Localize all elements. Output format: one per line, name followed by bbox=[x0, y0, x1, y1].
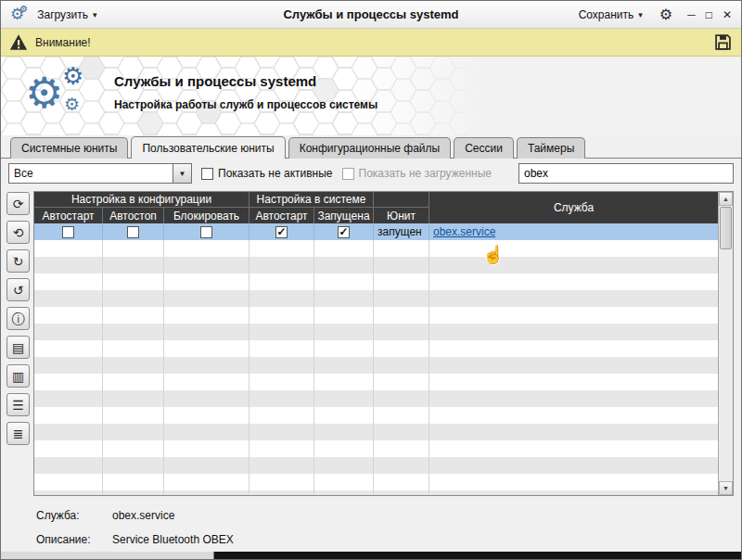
column-header-block: Блокировать bbox=[164, 208, 249, 223]
close-button[interactable]: ✕ bbox=[723, 9, 732, 20]
cell-config-autostop bbox=[103, 223, 164, 240]
dropdown-selected-value: Все bbox=[9, 164, 173, 183]
column-header-unit: Юнит bbox=[374, 208, 429, 223]
unit-state-cell: запущен bbox=[374, 223, 429, 240]
titlebar: ⚙ ⚙ Загрузить ▾ Службы и процессы system… bbox=[1, 1, 741, 29]
service-link[interactable]: obex.service bbox=[433, 225, 495, 238]
toolbar: ⟳ ⟲ ↻ ↺ ⓘ ▤ ▥ ☰ ≣ bbox=[6, 191, 31, 496]
column-header-autostart: Автостарт bbox=[34, 208, 103, 223]
table-header: Настройка в конфигурации Настройка в сис… bbox=[34, 192, 718, 223]
system-autostart-checkbox[interactable] bbox=[275, 226, 288, 238]
show-inactive-checkbox[interactable] bbox=[201, 168, 213, 180]
tab-sessions[interactable]: Сессии bbox=[454, 137, 514, 159]
details-panel: Служба: obex.service Описание: Service B… bbox=[1, 498, 741, 552]
log-button[interactable]: ▤ bbox=[6, 336, 30, 359]
description-value: Service Bluetooth OBEX bbox=[112, 533, 234, 546]
show-unloaded-checkbox[interactable] bbox=[342, 168, 354, 180]
service-value: obex.service bbox=[112, 509, 174, 522]
config-autostart-checkbox[interactable] bbox=[62, 226, 74, 238]
chevron-down-icon: ▾ bbox=[638, 10, 643, 19]
tab-timers[interactable]: Таймеры bbox=[517, 137, 585, 159]
refresh-button[interactable]: ⟳ bbox=[6, 192, 30, 215]
save-button[interactable]: Сохранить ▾ bbox=[573, 6, 648, 24]
column-separator bbox=[163, 240, 164, 495]
window-title: Службы и процессы systemd bbox=[283, 7, 458, 21]
units-table: Настройка в конфигурации Настройка в сис… bbox=[33, 191, 734, 496]
app-gear-icon: ⚙ ⚙ bbox=[10, 6, 24, 22]
group-header-blank bbox=[374, 192, 429, 208]
table-row[interactable]: запущен obex.service bbox=[34, 223, 718, 240]
gear-icon: ⚙ bbox=[62, 64, 83, 88]
details-button[interactable]: ≣ bbox=[6, 422, 30, 445]
vertical-scrollbar[interactable]: ▲ ▼ bbox=[718, 192, 733, 495]
table-zone: ⟳ ⟲ ↻ ↺ ⓘ ▤ ▥ ☰ ≣ Настройка в конфигурац… bbox=[1, 188, 741, 498]
app-logo-gears: ⚙ ⚙ ⚙ bbox=[25, 64, 99, 129]
filter-row: Все ▼ Показать не активные Показать не з… bbox=[1, 159, 741, 188]
log-file-icon: ▤ bbox=[12, 341, 24, 354]
minimize-button[interactable]: ─ bbox=[687, 9, 696, 20]
cursor-pointer-icon: ☝ bbox=[482, 244, 505, 265]
cell-system-autostart bbox=[249, 223, 314, 240]
warning-bar: Внимание! bbox=[1, 29, 741, 57]
group-header-system: Настройка в системе bbox=[249, 192, 374, 208]
load-button-label: Загрузить bbox=[37, 8, 88, 21]
bottom-edge bbox=[1, 552, 741, 559]
list-icon: ☰ bbox=[12, 399, 24, 412]
tab-config-files[interactable]: Конфигурационные файлы bbox=[288, 137, 451, 159]
column-separator bbox=[313, 240, 314, 495]
reload-daemon-button[interactable]: ⟲ bbox=[6, 221, 30, 244]
window-controls: ─ □ ✕ bbox=[687, 9, 732, 20]
cell-config-autostart bbox=[34, 223, 103, 240]
revert-button[interactable]: ↺ bbox=[6, 278, 30, 301]
maximize-button[interactable]: □ bbox=[706, 9, 712, 20]
column-separator bbox=[429, 240, 429, 495]
cell-service: obex.service bbox=[429, 223, 718, 240]
reload-daemon-icon: ⟲ bbox=[13, 226, 24, 239]
show-unloaded-label: Показать не загруженные bbox=[359, 167, 492, 180]
refresh-icon: ⟳ bbox=[13, 197, 24, 210]
table-empty-rows: ☝ bbox=[34, 240, 718, 495]
gear-icon: ⚙ bbox=[64, 95, 80, 113]
scrollbar-thumb[interactable] bbox=[720, 207, 732, 249]
column-separator bbox=[373, 240, 374, 495]
load-button[interactable]: Загрузить ▾ bbox=[32, 6, 102, 24]
content-panel: Все ▼ Показать не активные Показать не з… bbox=[1, 158, 741, 559]
cell-system-running bbox=[314, 223, 374, 240]
banner: ⚙ ⚙ ⚙ Службы и процессы systemd Настройк… bbox=[1, 57, 741, 135]
cell-config-block bbox=[164, 223, 249, 240]
column-separator bbox=[102, 240, 103, 495]
details-list-icon: ≣ bbox=[13, 427, 24, 440]
chevron-down-icon: ▾ bbox=[93, 10, 97, 19]
config-autostop-checkbox[interactable] bbox=[127, 226, 139, 238]
search-input[interactable] bbox=[518, 163, 734, 184]
journal-button[interactable]: ▥ bbox=[6, 364, 30, 388]
save-button-label: Сохранить bbox=[579, 8, 634, 21]
journal-icon: ▥ bbox=[12, 370, 24, 383]
restart-icon: ↻ bbox=[13, 255, 24, 268]
service-label: Служба: bbox=[36, 509, 112, 522]
info-button[interactable]: ⓘ bbox=[6, 307, 30, 330]
tab-user-units[interactable]: Пользовательские юниты bbox=[131, 136, 285, 159]
column-header-running: Запущена bbox=[314, 208, 374, 223]
unit-filter-dropdown[interactable]: Все ▼ bbox=[8, 163, 192, 184]
info-icon: ⓘ bbox=[12, 312, 25, 325]
tab-system-units[interactable]: Системные юниты bbox=[10, 137, 128, 159]
tab-bar: Системные юниты Пользовательские юниты К… bbox=[1, 135, 741, 158]
settings-gear-icon[interactable]: ⚙ bbox=[659, 7, 672, 22]
restart-button[interactable]: ↻ bbox=[6, 249, 30, 273]
list-button[interactable]: ☰ bbox=[6, 393, 30, 416]
column-header-autostart-sys: Автостарт bbox=[249, 208, 314, 223]
scroll-down-button[interactable]: ▼ bbox=[719, 481, 733, 495]
config-block-checkbox[interactable] bbox=[200, 226, 212, 238]
system-running-checkbox[interactable] bbox=[338, 226, 350, 238]
warning-label: Внимание! bbox=[35, 36, 91, 49]
show-inactive-label: Показать не активные bbox=[218, 167, 333, 180]
column-separator bbox=[249, 240, 249, 495]
page-subtitle: Настройка работы служб и процессов систе… bbox=[114, 98, 377, 111]
column-header-service: Служба bbox=[429, 192, 718, 223]
gear-icon: ⚙ bbox=[25, 71, 63, 114]
scroll-up-button[interactable]: ▲ bbox=[719, 192, 733, 206]
dropdown-arrow-icon[interactable]: ▼ bbox=[173, 164, 191, 183]
group-header-config: Настройка в конфигурации bbox=[34, 192, 249, 208]
save-file-icon[interactable] bbox=[713, 32, 733, 52]
